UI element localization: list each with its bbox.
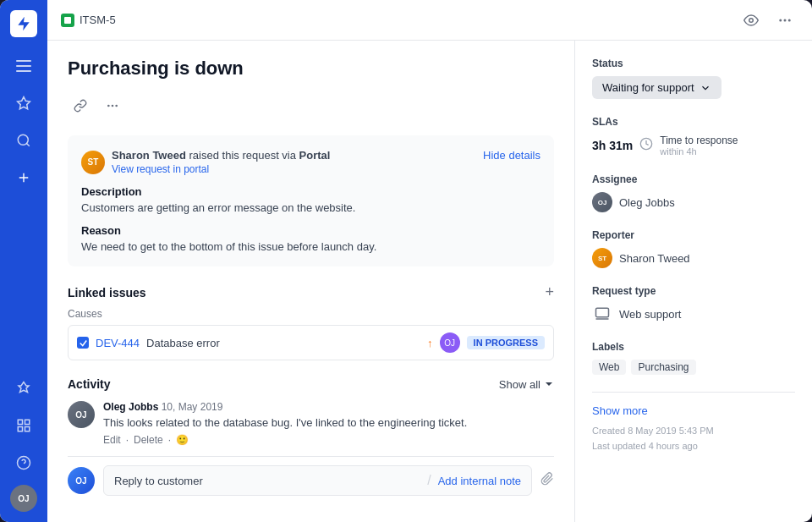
created-text: Created 8 May 2019 5:43 PM (592, 424, 795, 439)
sidebar-item-rocket[interactable] (8, 373, 39, 404)
issue-title: Purchasing is down (68, 58, 554, 80)
svg-point-22 (115, 105, 118, 107)
reporter-label: Reporter (592, 229, 795, 241)
svg-point-16 (749, 18, 754, 22)
svg-rect-10 (25, 420, 30, 424)
sidebar-bottom: OJ (8, 373, 39, 512)
edit-comment-link[interactable]: Edit (103, 434, 121, 446)
request-type-name: Web support (619, 308, 681, 321)
clock-icon (639, 137, 653, 154)
add-internal-note-link[interactable]: Add internal note (438, 475, 521, 487)
sla-time: 3h 31m (592, 139, 633, 152)
issue-actions (68, 93, 554, 118)
status-value: Waiting for support (602, 81, 694, 94)
label-purchasing[interactable]: Purchasing (631, 360, 695, 375)
view-portal-link[interactable]: View request in portal (112, 163, 330, 175)
svg-rect-11 (18, 427, 22, 431)
show-more-button[interactable]: Show more (592, 404, 648, 417)
status-dropdown[interactable]: Waiting for support (592, 76, 721, 99)
reporter-section: Reporter ST Sharon Tweed (592, 229, 795, 268)
reason-text: We need to get to the bottom of this iss… (81, 240, 540, 253)
reply-avatar: OJ (68, 467, 95, 494)
linked-item-checkbox-icon (77, 337, 89, 349)
comment-meta: Oleg Jobbs 10, May 2019 (103, 401, 554, 413)
linked-issues-title: Linked issues (68, 286, 146, 299)
linked-issues-section: Linked issues + Causes DEV-444 Database … (68, 283, 554, 360)
svg-marker-4 (18, 97, 30, 109)
svg-point-20 (107, 105, 110, 107)
label-web[interactable]: Web (592, 360, 626, 375)
ticket-type-icon (61, 14, 74, 27)
linked-item-id[interactable]: DEV-444 (96, 337, 140, 349)
avatar-initials: OJ (10, 485, 37, 512)
add-linked-issue-button[interactable]: + (545, 283, 554, 301)
sla-label: SLAs (592, 116, 795, 128)
more-options-button[interactable] (771, 7, 798, 34)
delete-comment-link[interactable]: Delete (134, 434, 163, 446)
reply-box: OJ Reply to customer / Add internal note (68, 456, 554, 504)
link-button[interactable] (68, 93, 93, 118)
left-panel: Purchasing is down ST (47, 41, 575, 522)
sidebar-logo[interactable] (10, 10, 37, 37)
assignee-label: Assignee (592, 173, 795, 185)
right-panel: Status Waiting for support SLAs 3h 31m (575, 41, 812, 522)
comment-author: Oleg Jobbs (103, 401, 158, 413)
comment-body: Oleg Jobbs 10, May 2019 This looks relat… (103, 401, 554, 446)
linked-item: DEV-444 Database error ↑ OJ IN PROGRESS (68, 325, 554, 360)
sidebar-item-menu[interactable] (8, 51, 39, 81)
comment-date: 10, May 2019 (162, 401, 223, 413)
reporter-name: Sharon Tweed (619, 252, 690, 265)
activity-section: Activity Show all OJ Oleg Jobbs (68, 377, 554, 504)
sla-sub: within 4h (660, 146, 738, 157)
svg-rect-12 (25, 427, 30, 431)
reason-heading: Reason (81, 224, 540, 237)
attachment-button[interactable] (540, 472, 554, 489)
laptop-icon (592, 304, 612, 324)
requester-text: Sharon Tweed raised this request via Por… (112, 149, 330, 162)
linked-item-name: Database error (146, 337, 420, 349)
linked-issues-header: Linked issues + (68, 283, 554, 301)
sidebar-item-search[interactable] (8, 125, 39, 156)
avatar[interactable]: OJ (10, 485, 37, 512)
details-header: ST Sharon Tweed raised this request via … (81, 149, 540, 175)
sidebar-item-help[interactable] (8, 448, 39, 478)
sla-section: SLAs 3h 31m Time to response within 4h (592, 116, 795, 157)
sidebar-item-favorites[interactable] (8, 88, 39, 118)
breadcrumb: ITSM-5 (61, 14, 116, 27)
assignee-name: Oleg Jobbs (619, 196, 675, 209)
sidebar-item-add[interactable] (8, 162, 39, 193)
emoji-button[interactable]: 🙂 (176, 434, 189, 446)
linked-item-status: IN PROGRESS (467, 336, 545, 349)
reply-to-customer-link[interactable]: Reply to customer (114, 475, 420, 487)
comment-avatar: OJ (68, 401, 95, 428)
reply-input-area[interactable]: Reply to customer / Add internal note (103, 465, 532, 496)
requester-avatar: ST (81, 151, 105, 174)
app-window: OJ ITSM-5 (0, 0, 812, 522)
svg-point-19 (788, 19, 791, 21)
activity-header: Activity Show all (68, 377, 554, 391)
assignee-section: Assignee OJ Oleg Jobbs (592, 173, 795, 212)
details-box: ST Sharon Tweed raised this request via … (68, 135, 554, 266)
watch-button[interactable] (738, 7, 765, 34)
body-area: Purchasing is down ST (47, 41, 812, 522)
sidebar-item-grid[interactable] (8, 410, 39, 441)
reporter-row: ST Sharon Tweed (592, 248, 795, 268)
hide-details-button[interactable]: Hide details (483, 149, 540, 162)
svg-rect-9 (18, 420, 22, 424)
comment: OJ Oleg Jobbs 10, May 2019 This looks re… (68, 401, 554, 446)
sidebar: OJ (0, 0, 47, 522)
svg-rect-2 (16, 65, 31, 67)
requester-name: Sharon Tweed (112, 149, 186, 162)
reason-section: Reason We need to get to the bottom of t… (81, 224, 540, 253)
more-actions-button[interactable] (100, 93, 125, 118)
show-all-button[interactable]: Show all (499, 378, 554, 391)
svg-point-5 (18, 135, 28, 145)
sla-row: 3h 31m Time to response within 4h (592, 135, 795, 157)
labels-section: Labels Web Purchasing (592, 341, 795, 375)
priority-icon: ↑ (427, 337, 433, 349)
requester-details: Sharon Tweed raised this request via Por… (112, 149, 330, 175)
raised-via-text: raised this request via (189, 149, 299, 162)
svg-point-18 (784, 19, 787, 21)
request-type-row: Web support (592, 304, 795, 324)
reporter-avatar: ST (592, 248, 612, 268)
